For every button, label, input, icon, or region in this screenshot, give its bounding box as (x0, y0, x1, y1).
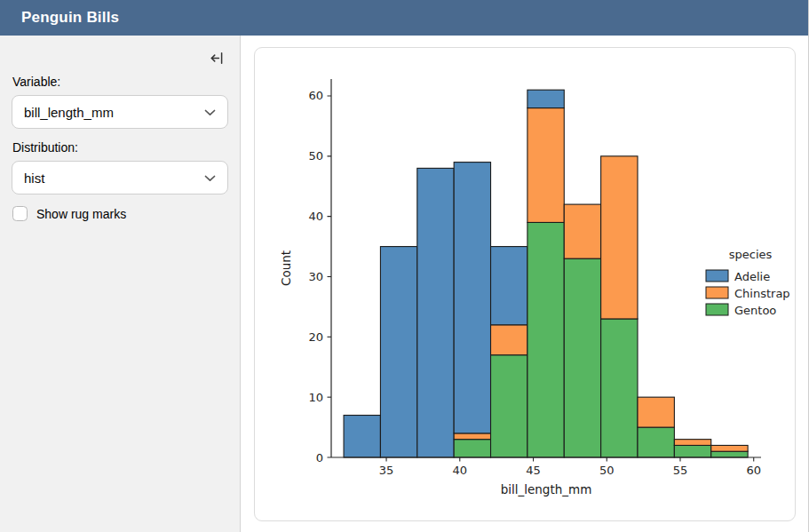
svg-text:50: 50 (308, 149, 323, 163)
arrow-bar-left-icon (210, 51, 225, 69)
svg-text:species: species (729, 248, 773, 261)
distribution-select[interactable]: hist (12, 161, 228, 195)
svg-text:30: 30 (308, 270, 323, 283)
sidebar: Variable: bill_length_mm Distribution: h… (0, 36, 241, 532)
svg-text:10: 10 (308, 391, 323, 404)
svg-text:Gentoo: Gentoo (734, 304, 776, 317)
variable-label: Variable: (12, 75, 227, 89)
variable-select-value: bill_length_mm (24, 105, 114, 120)
sidebar-collapse-row (12, 50, 226, 69)
app-window: Penguin Bills Variable: bill_length_mm (0, 0, 809, 532)
svg-text:40: 40 (308, 210, 323, 223)
rug-checkbox[interactable] (12, 206, 28, 221)
svg-text:0: 0 (316, 451, 323, 465)
chevron-down-icon (204, 104, 216, 120)
histogram-plot: 3540455055600102030405060bill_length_mmC… (255, 48, 795, 520)
svg-text:40: 40 (453, 464, 468, 477)
svg-text:20: 20 (308, 330, 323, 344)
distribution-label: Distribution: (12, 140, 227, 155)
rug-checkbox-label: Show rug marks (36, 207, 126, 221)
page-title: Penguin Bills (21, 9, 119, 27)
svg-text:35: 35 (379, 464, 394, 477)
svg-text:50: 50 (599, 464, 615, 477)
svg-text:Chinstrap: Chinstrap (734, 287, 790, 300)
svg-text:55: 55 (673, 464, 688, 477)
svg-text:60: 60 (308, 89, 323, 102)
variable-select[interactable]: bill_length_mm (12, 95, 228, 129)
rug-checkbox-row: Show rug marks (12, 206, 228, 221)
distribution-select-value: hist (24, 171, 44, 186)
chart-card: 3540455055600102030405060bill_length_mmC… (254, 47, 796, 521)
app-header: Penguin Bills (0, 0, 808, 36)
svg-text:60: 60 (746, 464, 761, 477)
svg-text:bill_length_mm: bill_length_mm (501, 482, 592, 496)
main-content: 3540455055600102030405060bill_length_mmC… (241, 36, 808, 532)
sidebar-collapse-button[interactable] (207, 50, 226, 69)
chevron-down-icon (204, 170, 216, 186)
body-row: Variable: bill_length_mm Distribution: h… (0, 36, 808, 532)
svg-text:45: 45 (526, 464, 541, 477)
svg-text:Adelie: Adelie (734, 270, 770, 283)
svg-text:Count: Count (279, 250, 293, 286)
